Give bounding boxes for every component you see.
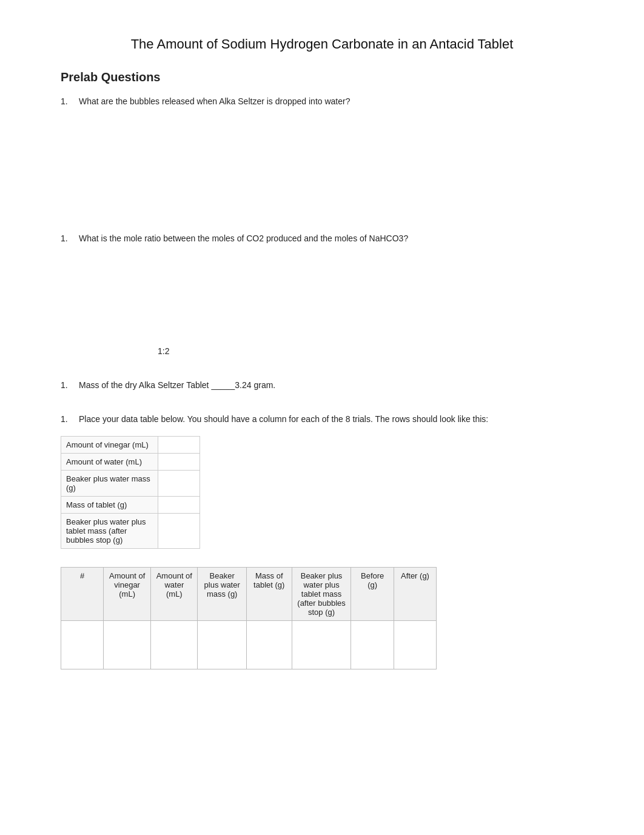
data-cell [394,621,436,669]
col-before: Before (g) [351,568,394,621]
left-row-4-value [158,497,200,513]
col-beaker-water: Beaker plus water mass (g) [198,568,246,621]
table-row: Amount of vinegar (mL) [61,437,200,454]
q2-number: 1. [61,233,79,243]
page-title: The Amount of Sodium Hydrogen Carbonate … [61,36,583,52]
table-row: Beaker plus water plus tablet mass (afte… [61,514,200,548]
q2-answer: 1:2 [158,346,583,356]
q3-text: Mass of the dry Alka Seltzer Tablet ____… [79,380,583,390]
q1-number: 1. [61,96,79,106]
q1-answer-area [61,112,583,209]
q2-text: What is the mole ratio between the moles… [79,233,583,243]
left-row-2-label: Amount of water (mL) [61,454,158,470]
left-row-3-label: Beaker plus water mass (g) [61,471,158,496]
q2-answer-area [61,249,583,346]
col-vinegar: Amount of vinegar (mL) [104,568,151,621]
q4-number: 1. [61,414,79,424]
table-row: Beaker plus water mass (g) [61,471,200,497]
left-row-5-label: Beaker plus water plus tablet mass (afte… [61,514,158,548]
left-row-1-label: Amount of vinegar (mL) [61,437,158,453]
q1-text: What are the bubbles released when Alka … [79,96,583,106]
q3-number: 1. [61,380,79,390]
data-cell [151,621,198,669]
question-4-block: 1. Place your data table below. You shou… [61,414,583,669]
left-table-section: Amount of vinegar (mL) Amount of water (… [61,436,583,549]
left-column-table: Amount of vinegar (mL) Amount of water (… [61,436,200,549]
data-cell [246,621,292,669]
left-row-1-value [158,437,200,453]
left-row-3-value [158,471,200,496]
question-2-block: 1. What is the mole ratio between the mo… [61,233,583,356]
data-cell [198,621,246,669]
col-mass-tablet: Mass of tablet (g) [246,568,292,621]
data-cell [351,621,394,669]
left-row-2-value [158,454,200,470]
question-1-block: 1. What are the bubbles released when Al… [61,96,583,209]
col-after: After (g) [394,568,436,621]
col-hash: # [61,568,104,621]
col-water: Amount of water (mL) [151,568,198,621]
main-data-table: # Amount of vinegar (mL) Amount of water… [61,567,437,669]
col-beaker-water-tablet: Beaker plus water plus tablet mass (afte… [292,568,351,621]
section-title: Prelab Questions [61,70,583,84]
left-row-5-value [158,514,200,548]
table-row: Amount of water (mL) [61,454,200,471]
data-cell [292,621,351,669]
table-header-row: # Amount of vinegar (mL) Amount of water… [61,568,437,621]
data-cell [104,621,151,669]
q4-text: Place your data table below. You should … [79,414,583,424]
data-cell [61,621,104,669]
left-row-4-label: Mass of tablet (g) [61,497,158,513]
question-3-block: 1. Mass of the dry Alka Seltzer Tablet _… [61,380,583,390]
table-row [61,621,437,669]
table-row: Mass of tablet (g) [61,497,200,514]
